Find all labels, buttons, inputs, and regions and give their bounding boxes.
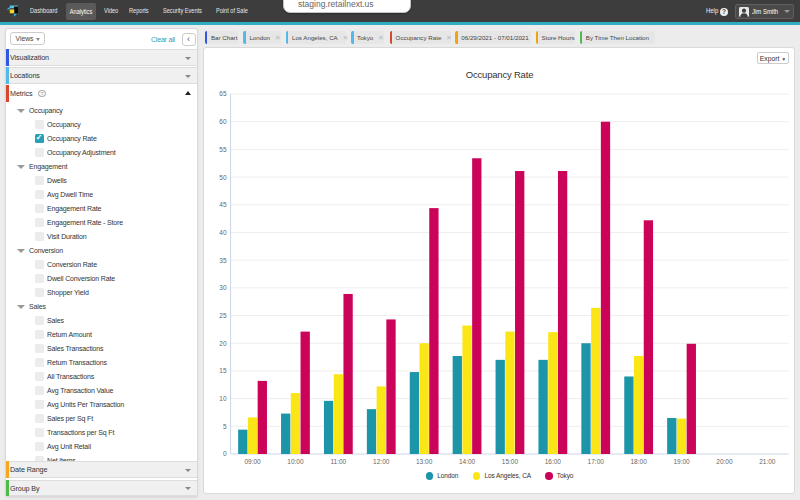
svg-text:16:00: 16:00 [545, 458, 562, 465]
svg-text:20:00: 20:00 [716, 458, 733, 465]
svg-text:21:00: 21:00 [759, 458, 776, 465]
svg-text:65: 65 [219, 90, 227, 97]
svg-text:35: 35 [219, 257, 227, 264]
svg-text:12:00: 12:00 [373, 458, 390, 465]
svg-text:15: 15 [219, 367, 227, 374]
svg-text:15:00: 15:00 [502, 458, 519, 465]
svg-text:14:00: 14:00 [459, 458, 476, 465]
svg-text:11:00: 11:00 [330, 458, 346, 465]
svg-text:5: 5 [223, 423, 227, 430]
svg-text:20: 20 [219, 340, 227, 347]
svg-text:10: 10 [219, 395, 227, 402]
svg-text:40: 40 [219, 229, 227, 236]
svg-text:60: 60 [219, 118, 227, 125]
svg-text:25: 25 [219, 312, 227, 319]
svg-text:45: 45 [219, 201, 227, 208]
svg-text:09:00: 09:00 [244, 458, 261, 465]
svg-text:30: 30 [219, 284, 227, 291]
svg-text:55: 55 [219, 146, 227, 153]
svg-text:18:00: 18:00 [631, 458, 648, 465]
svg-text:50: 50 [219, 174, 227, 181]
svg-text:0: 0 [223, 450, 227, 457]
svg-text:10:00: 10:00 [287, 458, 304, 465]
svg-text:19:00: 19:00 [673, 458, 690, 465]
svg-text:17:00: 17:00 [588, 458, 605, 465]
svg-text:13:00: 13:00 [416, 458, 433, 465]
